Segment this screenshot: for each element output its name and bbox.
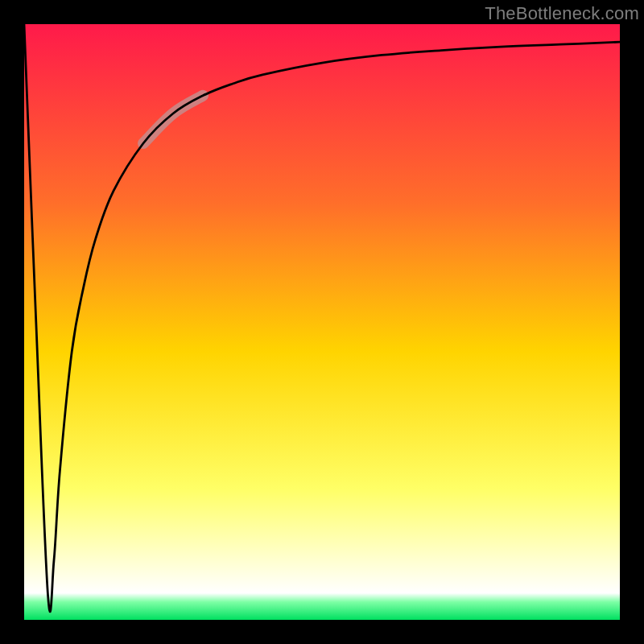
plot-background xyxy=(24,24,620,620)
watermark-text: TheBottleneck.com xyxy=(485,3,639,24)
bottleneck-chart xyxy=(0,0,644,644)
chart-container: TheBottleneck.com xyxy=(0,0,644,644)
